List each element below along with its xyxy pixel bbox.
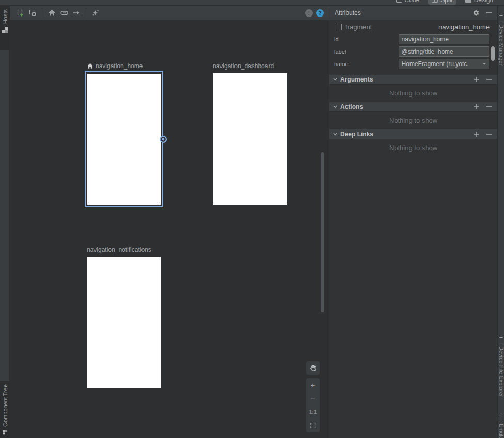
section-header-deep-links[interactable]: Deep Links bbox=[329, 129, 497, 139]
add-argument-icon[interactable] bbox=[474, 76, 480, 83]
chevron-down-icon bbox=[482, 61, 487, 67]
tab-design[interactable]: Design bbox=[462, 0, 497, 5]
new-destination-button[interactable] bbox=[14, 7, 26, 19]
hosts-icon bbox=[2, 27, 8, 34]
deep-link-icon bbox=[60, 9, 69, 17]
fragment-id-text: navigation_home bbox=[96, 62, 143, 70]
zoom-to-fit-icon bbox=[310, 422, 317, 429]
fragment-label-navigation-notifications: navigation_notifications bbox=[87, 246, 151, 254]
label-field-label: label bbox=[334, 48, 399, 55]
fragment-id-text: navigation_dashboard bbox=[213, 62, 274, 70]
tool-window-button-component-tree[interactable]: Component Tree bbox=[0, 381, 10, 438]
emulator-label: Emulator bbox=[498, 424, 504, 438]
zoom-controls: + − 1:1 bbox=[306, 378, 320, 432]
tab-split-label: Split bbox=[440, 0, 452, 4]
error-badge-glyph: ! bbox=[308, 10, 310, 16]
id-field[interactable] bbox=[399, 34, 489, 44]
tool-window-button-device-manager[interactable]: Device Manager bbox=[498, 15, 504, 66]
name-dropdown[interactable]: HomeFragment (ru.yotc. bbox=[399, 59, 489, 69]
remove-deep-link-icon[interactable] bbox=[486, 131, 492, 137]
device-file-explorer-label: Device File Explorer bbox=[498, 346, 504, 397]
attribute-sections: Arguments Nothing to show Actions Nothin… bbox=[329, 74, 497, 156]
fragment-navigation-dashboard[interactable] bbox=[213, 73, 287, 205]
code-icon bbox=[396, 0, 402, 3]
id-field-label: id bbox=[334, 36, 399, 42]
field-row-label: label bbox=[329, 45, 497, 58]
label-field[interactable] bbox=[399, 46, 489, 57]
device-manager-label: Device Manager bbox=[498, 24, 504, 66]
deep-links-title: Deep Links bbox=[340, 131, 373, 138]
add-deep-link-icon[interactable] bbox=[474, 131, 480, 137]
section-header-arguments[interactable]: Arguments bbox=[329, 74, 497, 85]
nested-graph-button[interactable] bbox=[26, 7, 39, 19]
hosts-label: Hosts bbox=[2, 9, 8, 24]
help-badge-glyph: ? bbox=[318, 10, 321, 16]
navigation-toolbar: ! ? bbox=[10, 6, 329, 20]
action-button[interactable] bbox=[70, 7, 83, 19]
tool-window-button-emulator[interactable]: Emulator bbox=[498, 415, 504, 438]
arguments-title: Arguments bbox=[340, 76, 373, 83]
zoom-in-button[interactable]: + bbox=[306, 378, 320, 392]
navigation-editor-window: Code Split Design Hosts Component Tree bbox=[0, 0, 504, 438]
zoom-out-glyph: − bbox=[311, 394, 316, 403]
error-indicator-button[interactable]: ! bbox=[305, 9, 313, 17]
nested-graph-icon bbox=[28, 9, 37, 17]
tool-window-button-hosts[interactable]: Hosts bbox=[0, 6, 10, 50]
tool-window-button-device-file-explorer[interactable]: Device File Explorer bbox=[498, 337, 504, 397]
home-icon bbox=[48, 9, 56, 17]
emulator-icon bbox=[498, 415, 504, 421]
actions-empty-text: Nothing to show bbox=[329, 112, 497, 129]
toolbar-right-group: ! ? bbox=[305, 9, 329, 17]
auto-arrange-button[interactable] bbox=[89, 7, 102, 19]
assign-start-destination-button[interactable] bbox=[45, 7, 58, 19]
attributes-panel-scrollbar[interactable] bbox=[491, 46, 495, 61]
zoom-out-button[interactable]: − bbox=[306, 392, 320, 405]
device-file-explorer-icon bbox=[498, 337, 504, 344]
editor-tab-strip: Code Split Design bbox=[0, 0, 504, 6]
pan-button[interactable] bbox=[306, 361, 320, 375]
fragment-navigation-notifications[interactable] bbox=[87, 257, 161, 388]
chevron-down-icon bbox=[333, 132, 338, 137]
chevron-down-icon bbox=[333, 77, 338, 82]
fragment-id-text: navigation_notifications bbox=[87, 246, 151, 253]
toolbar-separator bbox=[42, 9, 42, 17]
selected-component-row: fragment navigation_home bbox=[329, 20, 497, 33]
design-icon bbox=[465, 0, 471, 3]
zoom-ratio-button[interactable]: 1:1 bbox=[306, 405, 320, 418]
tab-design-label: Design bbox=[474, 0, 493, 4]
fragment-label-navigation-home: navigation_home bbox=[87, 62, 143, 70]
tab-code-label: Code bbox=[405, 0, 420, 4]
component-tree-label: Component Tree bbox=[2, 384, 8, 427]
tab-code[interactable]: Code bbox=[392, 0, 423, 5]
remove-argument-icon[interactable] bbox=[486, 76, 492, 83]
zoom-in-glyph: + bbox=[311, 381, 316, 390]
attributes-panel-header: Attributes bbox=[329, 6, 497, 20]
tab-split[interactable]: Split bbox=[428, 0, 456, 5]
fragment-preview bbox=[87, 74, 161, 205]
chevron-down-icon bbox=[333, 104, 338, 109]
actions-title: Actions bbox=[340, 103, 363, 110]
canvas-vertical-scrollbar[interactable] bbox=[321, 152, 324, 312]
toolbar-separator bbox=[86, 9, 86, 17]
deep-link-button[interactable] bbox=[58, 7, 70, 19]
editor-mode-tabs: Code Split Design bbox=[392, 0, 497, 6]
component-id: navigation_home bbox=[438, 23, 490, 31]
help-button[interactable]: ? bbox=[316, 9, 324, 17]
new-destination-icon bbox=[16, 9, 24, 17]
action-handle[interactable] bbox=[159, 135, 167, 143]
component-type: fragment bbox=[345, 23, 372, 31]
field-row-name: name HomeFragment (ru.yotc. bbox=[329, 58, 497, 70]
add-action-icon[interactable] bbox=[474, 104, 480, 110]
name-field-label: name bbox=[334, 61, 399, 67]
zoom-to-fit-button[interactable] bbox=[306, 418, 320, 432]
device-manager-icon bbox=[498, 15, 504, 22]
remove-action-icon[interactable] bbox=[486, 104, 492, 110]
action-arrow-icon bbox=[72, 9, 81, 17]
gear-icon[interactable] bbox=[472, 9, 480, 17]
hide-panel-icon[interactable] bbox=[486, 10, 492, 16]
arguments-empty-text: Nothing to show bbox=[329, 85, 497, 102]
fragment-navigation-home[interactable] bbox=[85, 71, 163, 207]
attributes-title: Attributes bbox=[335, 9, 361, 17]
section-header-actions[interactable]: Actions bbox=[329, 102, 497, 112]
navigation-graph-canvas[interactable]: navigation_home navigation_dashboard nav… bbox=[10, 20, 329, 438]
